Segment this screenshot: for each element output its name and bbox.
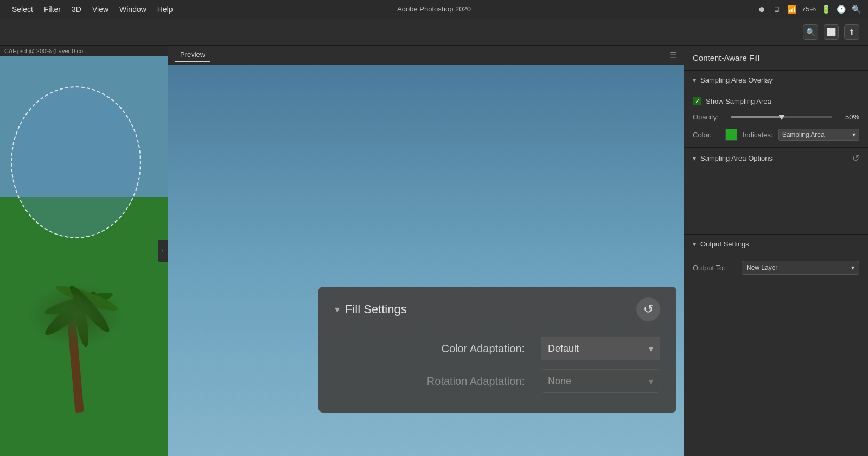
- output-to-label: Output To:: [693, 264, 736, 272]
- color-adaptation-value: Default: [548, 343, 579, 354]
- color-swatch[interactable]: [725, 129, 737, 141]
- menu-filter[interactable]: Filter: [39, 3, 66, 16]
- file-tab-label: CAF.psd @ 200% (Layer 0 co...: [0, 46, 168, 56]
- indicates-label: Indicates:: [743, 131, 773, 139]
- toolbar: 🔍 ⬜ ⬆: [0, 18, 868, 46]
- color-label: Color:: [693, 131, 720, 139]
- menubar: Select Filter 3D View Window Help Adobe …: [0, 0, 868, 18]
- screen-icon: 🖥: [771, 4, 782, 15]
- output-to-arrow: ▾: [851, 264, 854, 271]
- color-row: Color: Indicates: Sampling Area ▾: [693, 129, 859, 141]
- show-sampling-area-checkbox[interactable]: ✓: [693, 97, 701, 105]
- rotation-adaptation-arrow: ▾: [649, 376, 653, 387]
- search-toolbar-btn[interactable]: 🔍: [803, 24, 818, 40]
- fill-settings-reset-btn[interactable]: ↺: [636, 297, 660, 321]
- app-title: Adobe Photoshop 2020: [397, 5, 471, 13]
- output-to-row: Output To: New Layer ▾: [684, 254, 868, 281]
- menu-select[interactable]: Select: [7, 3, 39, 16]
- canvas-area: [0, 56, 168, 456]
- output-settings-chevron: ▾: [693, 240, 696, 248]
- sampling-options-title: Sampling Area Options: [700, 154, 852, 162]
- menu-view[interactable]: View: [87, 3, 114, 16]
- sampling-overlay-title: Sampling Area Overlay: [700, 76, 859, 84]
- opacity-slider-thumb[interactable]: [778, 115, 785, 120]
- show-sampling-area-label: Show Sampling Area: [706, 97, 771, 105]
- selection-overlay: [11, 86, 141, 238]
- indicates-value: Sampling Area: [782, 131, 825, 138]
- right-panel-header: Content-Aware Fill: [684, 46, 868, 71]
- clock-icon: 🕐: [835, 4, 846, 15]
- sampling-options-chevron: ▾: [693, 155, 696, 162]
- opacity-slider-fill: [731, 116, 782, 118]
- sampling-area-options-header[interactable]: ▾ Sampling Area Options ↺: [684, 148, 868, 169]
- sampling-overlay-content: ✓ Show Sampling Area Opacity: 50% Color:…: [684, 90, 868, 148]
- layout-btn[interactable]: ⬜: [824, 24, 839, 40]
- toolbar-right: 🔍 ⬜ ⬆: [803, 24, 859, 40]
- fill-settings-title: ▾ Fill Settings: [335, 302, 407, 316]
- color-adaptation-select[interactable]: Default ▾: [541, 337, 660, 360]
- palm-canopy: [27, 282, 125, 347]
- output-settings-header[interactable]: ▾ Output Settings: [684, 235, 868, 254]
- fill-settings-header: ▾ Fill Settings ↺: [335, 297, 660, 321]
- search-icon[interactable]: 🔍: [851, 4, 861, 15]
- main-area: CAF.psd @ 200% (Layer 0 co... › Preview …: [0, 46, 868, 456]
- center-panel: Preview ☰ ▾ Fill Settings ↺ Color Adapta…: [168, 46, 684, 456]
- indicates-arrow: ▾: [852, 131, 856, 138]
- color-adaptation-arrow: ▾: [649, 344, 653, 354]
- record-icon: ⏺: [756, 4, 767, 15]
- preview-tab-bar: Preview ☰: [168, 46, 684, 65]
- zoom-level: 75%: [802, 5, 816, 13]
- opacity-row: Opacity: 50%: [693, 113, 859, 121]
- fill-settings-label: Fill Settings: [345, 302, 407, 316]
- sampling-options-content: [684, 169, 868, 235]
- right-panel: Content-Aware Fill ▾ Sampling Area Overl…: [684, 46, 868, 456]
- preview-tab[interactable]: Preview: [175, 48, 210, 62]
- wifi-icon: 📶: [787, 4, 797, 15]
- left-panel-collapse[interactable]: ›: [158, 240, 168, 262]
- sampling-options-reset-btn[interactable]: ↺: [852, 153, 859, 163]
- indicates-select[interactable]: Sampling Area ▾: [778, 129, 859, 141]
- output-to-select[interactable]: New Layer ▾: [742, 261, 859, 275]
- menu-help[interactable]: Help: [152, 3, 178, 16]
- preview-canvas: ▾ Fill Settings ↺ Color Adaptation: Defa…: [168, 65, 684, 456]
- rotation-adaptation-label: Rotation Adaptation:: [335, 375, 541, 388]
- menu-window[interactable]: Window: [114, 3, 152, 16]
- color-adaptation-label: Color Adaptation:: [335, 343, 541, 355]
- opacity-value: 50%: [838, 113, 859, 121]
- fill-settings-chevron[interactable]: ▾: [335, 303, 340, 315]
- rotation-adaptation-select[interactable]: None ▾: [541, 369, 660, 393]
- battery-icon: 🔋: [820, 4, 831, 15]
- share-btn[interactable]: ⬆: [844, 24, 859, 40]
- sampling-overlay-chevron: ▾: [693, 77, 696, 84]
- opacity-label: Opacity:: [693, 113, 725, 121]
- fill-color-adaptation-row: Color Adaptation: Default ▾: [335, 337, 660, 360]
- left-panel: CAF.psd @ 200% (Layer 0 co... ›: [0, 46, 168, 456]
- rotation-adaptation-value: None: [548, 376, 571, 387]
- output-to-value: New Layer: [746, 264, 777, 271]
- menu-3d[interactable]: 3D: [66, 3, 87, 16]
- sampling-area-overlay-header[interactable]: ▾ Sampling Area Overlay: [684, 71, 868, 90]
- output-settings-title: Output Settings: [700, 240, 859, 248]
- fill-settings-panel: ▾ Fill Settings ↺ Color Adaptation: Defa…: [318, 287, 676, 413]
- opacity-slider-track: [731, 116, 832, 118]
- menubar-right: ⏺ 🖥 📶 75% 🔋 🕐 🔍: [756, 4, 861, 15]
- preview-menu-icon[interactable]: ☰: [669, 50, 677, 60]
- fill-rotation-adaptation-row: Rotation Adaptation: None ▾: [335, 369, 660, 393]
- show-sampling-area-row: ✓ Show Sampling Area: [693, 97, 859, 105]
